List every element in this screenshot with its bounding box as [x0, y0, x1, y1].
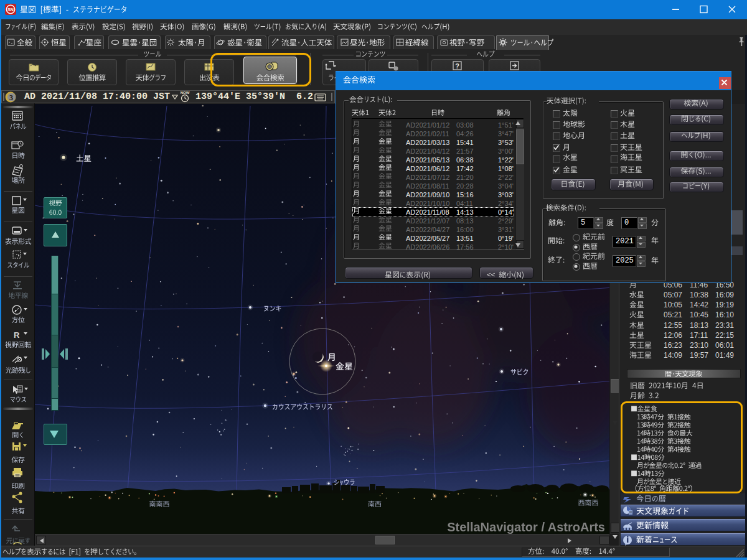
svg-text:StellaNavigator / AstroArts: StellaNavigator / AstroArts — [447, 520, 605, 534]
